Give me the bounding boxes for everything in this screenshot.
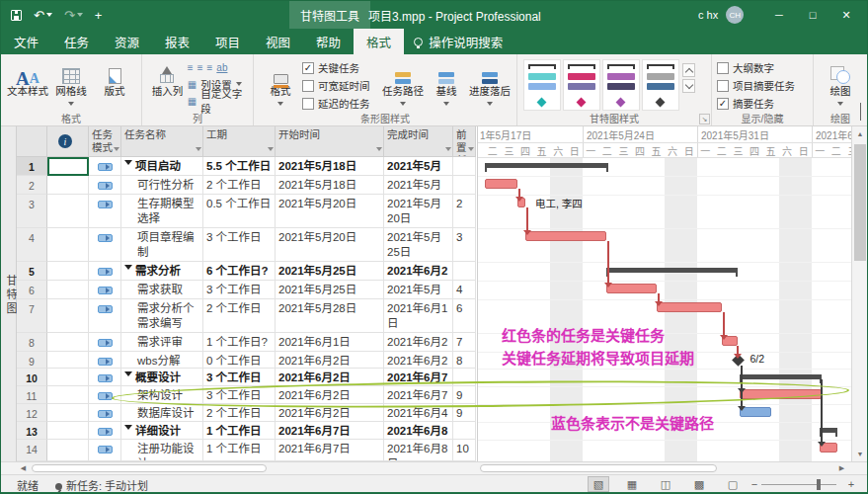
cell-finish[interactable]: 2021年5月28日 (384, 281, 453, 299)
cell-predecessors[interactable]: 6 (453, 299, 476, 333)
minimize-button[interactable]: ─ (762, 1, 796, 29)
layout-button[interactable]: 版式 (93, 57, 136, 113)
cell-predecessors[interactable]: 7 (453, 333, 476, 352)
cell-name[interactable]: 可行性分析 (121, 176, 203, 195)
expand-triangle-icon[interactable] (124, 371, 132, 380)
cell-info[interactable] (47, 440, 89, 461)
tab-项目[interactable]: 项目 (202, 29, 253, 54)
cell-row-number[interactable]: 7 (17, 299, 47, 333)
cell-name[interactable]: 需求评审 (121, 333, 203, 352)
cell-duration[interactable]: 5.5 个工作日 (203, 157, 276, 176)
cell-duration[interactable]: 3 个工作日 (203, 281, 276, 299)
cell-name[interactable]: 项目章程编制 (121, 228, 203, 262)
maximize-button[interactable]: □ (796, 1, 829, 29)
zoom-slider-thumb[interactable] (817, 479, 821, 490)
cell-row-number[interactable]: 5 (17, 262, 47, 281)
critical-task-bar[interactable] (740, 389, 822, 399)
cell-mode[interactable] (89, 195, 121, 228)
table-scrollbar-thumb[interactable] (32, 464, 267, 472)
cell-row-number[interactable]: 11 (17, 386, 47, 404)
cell-duration[interactable]: 3 个工作日 (203, 369, 276, 386)
show-hide-checkbox[interactable]: ✓摘要任务 (717, 95, 808, 112)
cell-duration[interactable]: 0 个工作日 (203, 352, 276, 369)
cell-name[interactable]: 项目启动 (121, 157, 203, 176)
close-button[interactable]: ✕ (829, 1, 863, 29)
cell-name[interactable]: 架构设计 (121, 386, 203, 404)
filter-arrow-icon[interactable] (376, 147, 382, 154)
cell-start[interactable]: 2021年5月25日 (276, 281, 384, 299)
alignment-buttons[interactable]: ≡ ≡ ≡ ab (188, 59, 248, 75)
cell-mode[interactable] (89, 422, 121, 440)
table-row[interactable]: 2可行性分析2 个工作日2021年5月18日2021年5月19日 (17, 176, 476, 195)
scroll-up-icon[interactable]: ▲ (852, 126, 868, 141)
drawing-button[interactable]: 绘图 (819, 57, 862, 113)
table-row[interactable]: 6需求获取3 个工作日2021年5月25日2021年5月28日4 (17, 281, 476, 299)
cell-start[interactable]: 2021年5月20日 (276, 228, 384, 262)
cell-name[interactable]: 需求分析个需求编写 (121, 299, 203, 333)
cell-duration[interactable]: 1 个工作日? (203, 333, 276, 352)
avatar[interactable]: CH (726, 6, 744, 24)
table-row[interactable]: 8需求评审1 个工作日?2021年6月1日2021年6月2日7 (17, 333, 476, 352)
filter-arrow-icon[interactable] (114, 147, 119, 154)
cell-predecessors[interactable] (453, 176, 476, 195)
cell-finish[interactable]: 2021年5月19日 (384, 176, 453, 195)
expand-triangle-icon[interactable] (124, 160, 132, 169)
cell-duration[interactable]: 1 个工作日 (203, 440, 276, 461)
critical-task-bar[interactable] (525, 231, 606, 241)
cell-finish[interactable]: 2021年6月8日 (384, 440, 453, 461)
cell-info[interactable] (47, 281, 89, 299)
customize-qat-button[interactable]: + (95, 8, 103, 23)
summary-bar[interactable] (485, 163, 608, 168)
cell-mode[interactable] (89, 262, 121, 281)
gantt-style-swatch-4[interactable] (642, 59, 679, 111)
cell-row-number[interactable]: 6 (17, 281, 47, 299)
cell-finish[interactable]: 2021年5月25日 (384, 157, 453, 176)
cell-predecessors[interactable]: 4 (453, 281, 476, 299)
chart-scroll-right-icon[interactable]: ▶ (835, 462, 848, 474)
cell-finish[interactable]: 2021年6月4日 (384, 404, 453, 422)
table-row[interactable]: 5需求分析6 个工作日?2021年5月25日2021年6月2日 (17, 262, 476, 281)
table-row[interactable]: 12数据库设计2 个工作日2021年6月2日2021年6月4日9 (17, 404, 476, 422)
cell-start[interactable]: 2021年5月25日 (276, 262, 384, 281)
column-header-duration[interactable]: 工期 (203, 126, 276, 157)
table-row[interactable]: 7需求分析个需求编写2 个工作日2021年5月28日2021年6月1日6 (17, 299, 476, 333)
cell-predecessors[interactable] (453, 262, 476, 281)
cell-row-number[interactable]: 3 (17, 195, 47, 228)
cell-start[interactable]: 2021年6月7日 (276, 440, 384, 461)
cell-info[interactable] (47, 176, 89, 195)
gantt-style-swatch-3[interactable] (602, 59, 640, 111)
column-header-info[interactable]: i (47, 126, 89, 157)
task-path-button[interactable]: 任务路径 (381, 57, 425, 113)
tell-me-search[interactable]: 操作说明搜索 (404, 29, 513, 54)
cell-row-number[interactable]: 13 (17, 422, 47, 440)
cell-name[interactable]: 需求获取 (121, 281, 203, 299)
cell-finish[interactable]: 2021年6月7日 (384, 369, 453, 386)
cell-info[interactable] (47, 422, 89, 440)
zoom-slider[interactable] (761, 484, 836, 485)
cell-mode[interactable] (89, 281, 121, 299)
table-row[interactable]: 11架构设计3 个工作日2021年6月2日2021年6月7日9 (17, 386, 476, 404)
tab-文件[interactable]: 文件 (1, 29, 51, 54)
table-row[interactable]: 13详细设计1 个工作日2021年6月7日2021年6月8日 (17, 422, 476, 440)
bar-format-button[interactable]: 格式 (259, 57, 302, 113)
zoom-in-button[interactable]: + (840, 476, 862, 492)
bar-style-checkbox[interactable]: ✓关键任务 (302, 59, 381, 76)
cell-info[interactable] (47, 195, 89, 228)
chart-scrollbar-thumb[interactable] (480, 464, 717, 472)
gantt-style-swatch-2[interactable] (563, 59, 600, 111)
cell-finish[interactable]: 2021年5月20日 (384, 195, 453, 228)
redo-button[interactable]: ↷ (64, 8, 83, 23)
tab-报表[interactable]: 报表 (152, 29, 202, 54)
insert-column-button[interactable]: 插入列 (147, 57, 188, 113)
cell-info[interactable] (47, 404, 89, 422)
cell-row-number[interactable]: 8 (17, 333, 47, 352)
cell-start[interactable]: 2021年6月7日 (276, 422, 384, 440)
gridlines-button[interactable]: 网格线 (49, 57, 93, 113)
table-row[interactable]: 9wbs分解0 个工作日2021年6月2日2021年6月2日8 (17, 352, 476, 369)
cell-predecessors[interactable]: 10 (453, 440, 476, 461)
expand-triangle-icon[interactable] (124, 425, 132, 434)
critical-task-bar[interactable] (657, 302, 722, 312)
cell-start[interactable]: 2021年5月20日 (276, 195, 384, 228)
scroll-down-icon[interactable]: ▼ (852, 447, 868, 461)
cell-name[interactable]: 需求分析 (121, 262, 203, 281)
